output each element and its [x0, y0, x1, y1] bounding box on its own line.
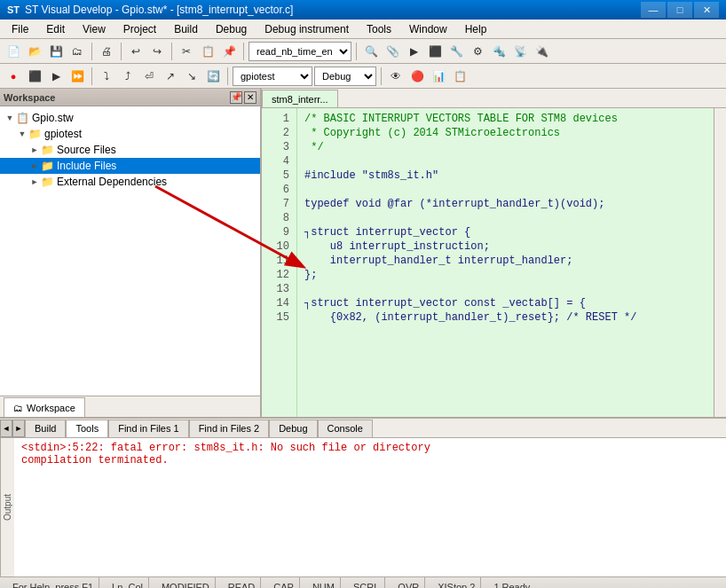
title-bar-controls[interactable]: — □ ✕: [641, 2, 719, 18]
line-num-4: 4: [269, 154, 289, 169]
tree-item-source-files[interactable]: ► 📁 Source Files: [0, 142, 260, 158]
output-tabs-wrapper: ◄ ► Build Tools Find in Files 1 Find in …: [0, 419, 726, 438]
code-line-12: };: [304, 268, 706, 282]
tree-item-gpio-stw[interactable]: ▼ 📋 Gpio.stw: [0, 110, 260, 126]
debug1-button[interactable]: 🔧: [446, 42, 466, 61]
new-button[interactable]: 📄: [4, 42, 23, 61]
maximize-button[interactable]: □: [667, 2, 692, 18]
output-tab-build-label: Build: [35, 423, 56, 434]
code-area[interactable]: 1 2 3 4 5 6 7 8 9 10 11 12 13 14 15 /* B…: [262, 108, 726, 417]
stop-button[interactable]: ⬛: [425, 42, 445, 61]
tree-item-gpiotest[interactable]: ▼ 📁 gpiotest: [0, 126, 260, 142]
tab-scroll-left[interactable]: ◄: [0, 419, 12, 437]
output-tab-tools[interactable]: Tools: [66, 419, 108, 437]
code-line-2: * Copyright (c) 2014 STMicroelectronics: [304, 126, 706, 140]
debug2-button[interactable]: ⚙: [468, 42, 487, 61]
menu-window[interactable]: Window: [401, 20, 455, 38]
status-hint: For Help, press F1: [7, 577, 99, 588]
menu-debug[interactable]: Debug: [208, 20, 255, 38]
line-num-10: 10: [269, 239, 289, 254]
code-line-9: ┐struct interrupt_vector {: [304, 225, 706, 239]
bookmark-button[interactable]: 📎: [383, 42, 402, 61]
code-line-14: ┐struct interrupt_vector const _vectab[]…: [304, 296, 706, 310]
icon-external-deps: 📁: [41, 176, 54, 188]
status-xilinx: XIStop 2: [432, 577, 481, 588]
status-position: Ln, Col: [107, 577, 149, 588]
tb2-reset[interactable]: 🔄: [203, 67, 223, 86]
menu-view[interactable]: View: [75, 20, 114, 38]
tab-scroll-right[interactable]: ►: [12, 419, 25, 437]
output-tab-build[interactable]: Build: [25, 419, 66, 437]
expander-gpio-stw[interactable]: ▼: [4, 112, 16, 124]
search-button[interactable]: 🔍: [361, 42, 381, 61]
function-dropdown[interactable]: read_nb_time_en: [249, 42, 351, 61]
tb2-btn4[interactable]: ⏩: [67, 67, 87, 86]
output-tab-debug[interactable]: Debug: [269, 419, 317, 437]
label-gpio-stw: Gpio.stw: [32, 112, 74, 124]
tree-item-external-deps[interactable]: ► 📁 External Dependencies: [0, 174, 260, 190]
expander-external-deps[interactable]: ►: [28, 176, 41, 188]
output-tab-console[interactable]: Console: [318, 419, 373, 437]
tb2-watch[interactable]: 👁: [386, 67, 406, 86]
workspace-tab[interactable]: 🗂 Workspace: [4, 397, 85, 417]
code-content[interactable]: /* BASIC INTERRUPT VECTORS TABLE FOR STM…: [297, 108, 714, 417]
project-dropdown[interactable]: gpiotest: [233, 67, 312, 86]
line-num-5: 5: [269, 169, 289, 183]
expander-include-files[interactable]: ►: [28, 160, 41, 172]
debug4-button[interactable]: 📡: [510, 42, 530, 61]
open-button[interactable]: 📂: [25, 42, 44, 61]
minimize-button[interactable]: —: [641, 2, 666, 18]
editor-tab-stm8[interactable]: stm8_interr...: [262, 90, 338, 107]
menu-debug-instrument[interactable]: Debug instrument: [256, 20, 357, 38]
tb2-breakpoint[interactable]: 🔴: [407, 67, 427, 86]
expander-source-files[interactable]: ►: [28, 144, 41, 156]
expander-gpiotest[interactable]: ▼: [16, 128, 28, 140]
sep5: [356, 43, 357, 60]
run-button[interactable]: ▶: [404, 42, 423, 61]
tb2-btn2[interactable]: ⬛: [25, 67, 44, 86]
menu-file[interactable]: File: [4, 20, 36, 38]
cut-button[interactable]: ✂: [177, 42, 196, 61]
save-all-button[interactable]: 🗂: [67, 42, 87, 61]
print-button[interactable]: 🖨: [97, 42, 116, 61]
sep2: [121, 43, 122, 60]
sep8: [381, 67, 382, 85]
output-tab-find2[interactable]: Find in Files 2: [189, 419, 269, 437]
menu-project[interactable]: Project: [115, 20, 164, 38]
menu-edit[interactable]: Edit: [38, 20, 73, 38]
tb2-btn1[interactable]: ●: [4, 67, 23, 86]
workspace-controls[interactable]: 📌 ✕: [230, 91, 256, 104]
menu-help[interactable]: Help: [457, 20, 495, 38]
code-line-13: [304, 282, 706, 296]
close-button[interactable]: ✕: [694, 2, 719, 18]
status-ovr: OVR: [392, 577, 425, 588]
tb2-step3[interactable]: ⏎: [139, 67, 159, 86]
tb2-step[interactable]: ⤵: [97, 67, 116, 86]
status-ovr-text: OVR: [398, 582, 419, 589]
editor-scrollbar[interactable]: [714, 108, 726, 417]
tb2-reg[interactable]: 📋: [450, 67, 470, 86]
config-dropdown[interactable]: Debug: [314, 67, 376, 86]
code-line-15: {0x82, (interrupt_handler_t)_reset}; /* …: [304, 310, 706, 325]
workspace-pin-button[interactable]: 📌: [230, 91, 242, 104]
menu-tools[interactable]: Tools: [359, 20, 399, 38]
menu-build[interactable]: Build: [166, 20, 206, 38]
code-line-10: u8 interrupt_instruction;: [304, 239, 706, 254]
redo-button[interactable]: ↪: [147, 42, 167, 61]
tree-item-include-files[interactable]: ► 📁 Include Files: [0, 158, 260, 174]
debug5-button[interactable]: 🔌: [532, 42, 551, 61]
copy-button[interactable]: 📋: [198, 42, 217, 61]
workspace-close-button[interactable]: ✕: [244, 91, 256, 104]
label-include-files: Include Files: [57, 160, 116, 172]
status-xilinx-text: XIStop 2: [438, 582, 475, 589]
tb2-step4[interactable]: ↗: [161, 67, 180, 86]
paste-button[interactable]: 📌: [219, 42, 239, 61]
undo-button[interactable]: ↩: [126, 42, 146, 61]
debug3-button[interactable]: 🔩: [489, 42, 509, 61]
tb2-mem[interactable]: 📊: [429, 67, 448, 86]
output-tab-find1[interactable]: Find in Files 1: [108, 419, 188, 437]
tb2-step2[interactable]: ⤴: [118, 67, 138, 86]
save-button[interactable]: 💾: [46, 42, 66, 61]
tb2-step5[interactable]: ↘: [182, 67, 201, 86]
tb2-btn3[interactable]: ▶: [46, 67, 66, 86]
